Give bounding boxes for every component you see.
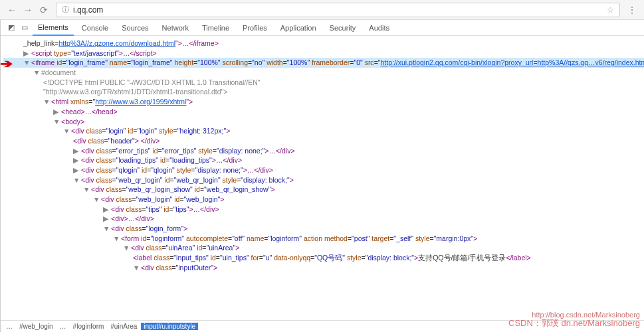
forward-button[interactable]: → xyxy=(21,3,35,17)
tab-console[interactable]: Console xyxy=(76,20,114,36)
url-bar[interactable]: ⓘ i.qq.com ☆ xyxy=(56,3,620,17)
inspect-icon[interactable]: ◩ xyxy=(6,23,17,33)
tab-timeline[interactable]: Timeline xyxy=(197,20,235,36)
devtools-panel: ◩ ▭ Elements Console Sources Network Tim… xyxy=(0,20,644,332)
tab-network[interactable]: Network xyxy=(157,20,194,36)
tab-application[interactable]: Application xyxy=(275,20,322,36)
site-info-icon[interactable]: ⓘ xyxy=(62,5,69,15)
bookmark-star-icon[interactable]: ☆ xyxy=(607,5,614,15)
browser-toolbar: ← → ⟳ ⓘ i.qq.com ☆ ⋮ xyxy=(0,0,644,20)
tab-security[interactable]: Security xyxy=(324,20,362,36)
menu-icon[interactable]: ⋮ xyxy=(625,3,639,17)
tab-elements[interactable]: Elements xyxy=(33,20,74,36)
devtools-tabs: ◩ ▭ Elements Console Sources Network Tim… xyxy=(1,20,644,36)
tab-audits[interactable]: Audits xyxy=(364,20,395,36)
annotation-arrow: ➔ xyxy=(1,56,13,72)
breadcrumb[interactable]: … #web_login … #loginform #uinArea input… xyxy=(1,320,644,332)
reload-button[interactable]: ⟳ xyxy=(37,3,51,17)
device-icon[interactable]: ▭ xyxy=(19,23,30,33)
back-button[interactable]: ← xyxy=(5,3,19,17)
tab-sources[interactable]: Sources xyxy=(116,20,154,36)
url-text: i.qq.com xyxy=(73,5,103,15)
elements-tree[interactable]: ➔ _help_link=http%3A//z.qzone.com/downlo… xyxy=(1,36,644,320)
tab-profiles[interactable]: Profiles xyxy=(237,20,272,36)
